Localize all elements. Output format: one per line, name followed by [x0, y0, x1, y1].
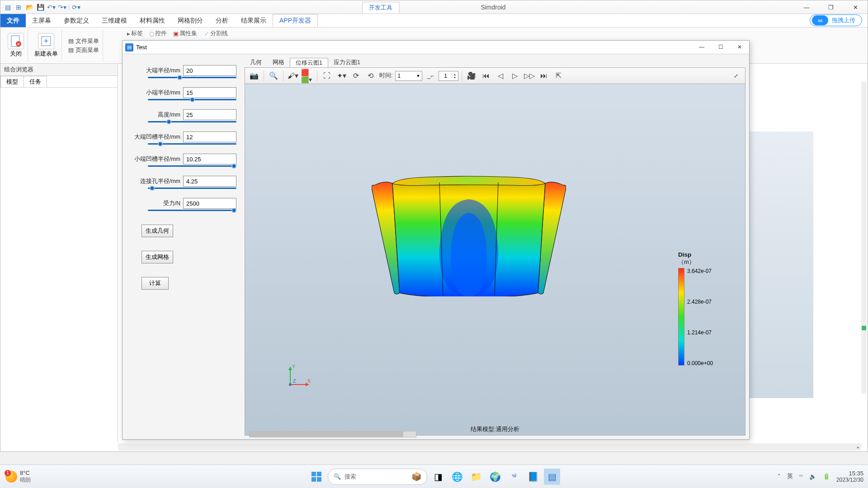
tab-parameters[interactable]: 参数定义	[57, 14, 95, 27]
taskbar-edge-icon[interactable]: 🌐	[449, 469, 465, 485]
next-frame-icon[interactable]: ▷▷	[523, 70, 536, 82]
minimize-button[interactable]: —	[794, 0, 819, 14]
scale-icon[interactable]: ⎯⌐	[424, 70, 437, 82]
refresh-icon[interactable]: ⟳▾	[71, 3, 80, 12]
weather-widget[interactable]: 8°C 晴朗	[0, 469, 31, 484]
generate-geometry-button[interactable]: 生成几何	[142, 225, 173, 237]
small-groove-slider[interactable]	[148, 165, 236, 167]
viewer-tab-geometry[interactable]: 几何	[245, 58, 267, 67]
taskbar-search[interactable]: 🔍 搜索 📦	[328, 469, 427, 485]
large-radius-slider[interactable]	[148, 77, 236, 78]
prev-frame-icon[interactable]: ◁	[494, 70, 507, 82]
tray-language[interactable]: 英	[787, 472, 793, 480]
open-icon[interactable]: 📂	[25, 3, 34, 12]
partial-propset[interactable]: ▣ 属性集	[173, 29, 197, 38]
file-menu-item[interactable]: ▤文件菜单	[68, 37, 99, 45]
close-button[interactable]: ✕	[843, 0, 868, 14]
large-radius-input[interactable]	[183, 65, 236, 76]
panel-tab-model[interactable]: 模型	[0, 76, 24, 87]
horizontal-scrollbar[interactable]: ▸	[118, 443, 861, 450]
svg-marker-9	[288, 366, 292, 370]
tray-chevron-icon[interactable]: ˄	[778, 473, 781, 480]
tab-results[interactable]: 结果展示	[235, 14, 273, 27]
large-groove-input[interactable]	[183, 131, 236, 142]
left-panel: 组合浏览器 模型 任务	[0, 64, 118, 442]
child-close-button[interactable]: ✕	[730, 41, 749, 53]
colormap-icon[interactable]: 🟥🟩▾	[301, 70, 314, 82]
force-slider[interactable]	[148, 210, 236, 211]
generate-mesh-button[interactable]: 生成网格	[142, 251, 173, 263]
zoom-icon[interactable]: 🔍	[267, 70, 280, 82]
expand-icon[interactable]: ⤢	[730, 70, 742, 82]
upload-pill[interactable]: ∞ 拖拽上传	[810, 14, 862, 26]
redo-icon[interactable]: ↷▾	[57, 3, 66, 12]
3d-viewport[interactable]: Y X Z Disp （m） 3.642e-07 2.428	[245, 84, 745, 436]
scale-spinner[interactable]: ▲▼	[439, 71, 458, 81]
tray-clock[interactable]: 15:35 2023/12/30	[836, 470, 863, 483]
partial-label[interactable]: ▸ 标签	[127, 29, 143, 38]
camera-icon[interactable]: 📷	[248, 70, 260, 82]
tab-main-screen[interactable]: 主屏幕	[26, 14, 57, 27]
hole-radius-input[interactable]	[183, 176, 236, 187]
rotate-cw-icon[interactable]: ⟳	[349, 70, 362, 82]
page-menu-item[interactable]: ▤页面菜单	[68, 46, 99, 54]
axes-icon[interactable]: ✦▾	[335, 70, 348, 82]
rotate-ccw-icon[interactable]: ⟲	[364, 70, 377, 82]
svg-rect-15	[311, 472, 316, 476]
child-hscroll[interactable]	[249, 431, 416, 437]
panel-tab-task[interactable]: 任务	[24, 76, 47, 87]
maximize-button[interactable]: ❐	[819, 0, 843, 14]
close-doc-icon[interactable]: ✕	[8, 33, 24, 49]
panel-title: 组合浏览器	[0, 64, 118, 76]
taskbar-app-1[interactable]: ◨	[430, 469, 446, 485]
dev-tools-tab[interactable]: 开发工具	[362, 2, 399, 13]
undo-icon[interactable]: ↶▾	[47, 3, 56, 12]
partial-control[interactable]: ◌ 控件	[149, 29, 167, 38]
force-input[interactable]	[183, 198, 236, 209]
first-frame-icon[interactable]: ⏮	[480, 70, 492, 82]
tray-volume-icon[interactable]: 🔈	[809, 473, 816, 480]
viewer-tab-displacement[interactable]: 位移云图1	[290, 58, 328, 67]
play-icon[interactable]: ▷	[509, 70, 521, 82]
last-frame-icon[interactable]: ⏭	[538, 70, 550, 82]
record-icon[interactable]: 🎥	[465, 70, 478, 82]
child-minimize-button[interactable]: —	[692, 41, 711, 53]
tab-mesh[interactable]: 网格剖分	[171, 14, 209, 27]
small-groove-input[interactable]	[183, 154, 236, 164]
tab-3d-modeling[interactable]: 三维建模	[95, 14, 133, 27]
brush-icon[interactable]: 🖌▾	[287, 70, 299, 82]
partial-divider[interactable]: ⟋ 分割线	[203, 29, 228, 38]
new-icon[interactable]: ⊞	[14, 3, 23, 12]
hole-radius-slider[interactable]	[148, 188, 236, 189]
height-input[interactable]	[183, 109, 236, 120]
child-maximize-button[interactable]: ☐	[711, 41, 730, 53]
small-radius-input[interactable]	[183, 87, 236, 98]
tray-battery-icon[interactable]: 🔋	[823, 473, 830, 480]
viewer-panel: 几何 网格 位移云图1 应力云图1 📷 🔍 🖌▾ 🟥🟩▾ ⛶ ✦▾ ⟳ ⟲ 时间…	[243, 54, 749, 439]
fit-icon[interactable]: ⛶	[321, 70, 333, 82]
height-slider[interactable]	[148, 121, 236, 122]
taskbar-simdroid-icon[interactable]: ▤	[544, 469, 560, 485]
taskbar-explorer-icon[interactable]: 📁	[468, 469, 484, 485]
child-title-bar[interactable]: ▤ Test — ☐ ✕	[123, 41, 749, 54]
tray-wifi-icon[interactable]: ⌔	[799, 473, 803, 480]
viewer-tab-stress[interactable]: 应力云图1	[328, 58, 366, 67]
taskbar-app-globe-icon[interactable]: 🌍	[487, 469, 503, 485]
file-menu[interactable]: 文件	[0, 14, 26, 27]
small-radius-slider[interactable]	[148, 99, 236, 100]
new-form-icon[interactable]: +	[38, 33, 54, 49]
tab-analysis[interactable]: 分析	[209, 14, 235, 27]
save-icon[interactable]: 💾	[36, 3, 45, 12]
export-icon[interactable]: ⇱	[552, 70, 565, 82]
tab-app-developer[interactable]: APP开发器	[273, 14, 318, 27]
taskbar-app-swirl-icon[interactable]: ༄	[506, 469, 522, 485]
tab-material[interactable]: 材料属性	[133, 14, 171, 27]
taskbar-app-book-icon[interactable]: 📘	[525, 469, 541, 485]
viewer-tab-mesh[interactable]: 网格	[267, 58, 290, 67]
compute-button[interactable]: 计算	[142, 277, 169, 290]
vertical-scrollbar[interactable]	[861, 82, 867, 394]
time-combo[interactable]: 1▼	[395, 71, 422, 81]
start-button[interactable]	[308, 468, 325, 485]
large-groove-slider[interactable]	[148, 143, 236, 145]
colorbar-unit: （m）	[678, 258, 732, 266]
